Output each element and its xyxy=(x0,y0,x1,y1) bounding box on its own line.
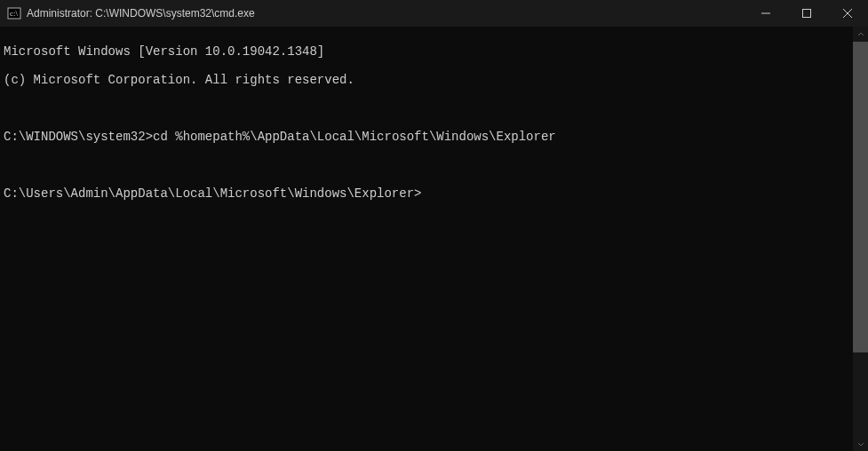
scroll-down-arrow-icon[interactable] xyxy=(853,436,868,451)
blank-line xyxy=(4,158,849,172)
terminal-content[interactable]: Microsoft Windows [Version 10.0.19042.13… xyxy=(0,27,853,451)
cmd-icon: c:\ xyxy=(7,6,21,20)
titlebar[interactable]: c:\ Administrator: C:\WINDOWS\system32\c… xyxy=(0,0,868,27)
scroll-thumb[interactable] xyxy=(853,42,868,352)
close-button[interactable] xyxy=(827,0,868,27)
svg-text:c:\: c:\ xyxy=(10,9,18,18)
blank-line xyxy=(4,101,849,115)
window-controls xyxy=(745,0,868,27)
terminal-area: Microsoft Windows [Version 10.0.19042.13… xyxy=(0,27,868,451)
command-text: cd %homepath%\AppData\Local\Microsoft\Wi… xyxy=(153,130,556,144)
prompt-line: C:\Users\Admin\AppData\Local\Microsoft\W… xyxy=(4,186,849,201)
minimize-button[interactable] xyxy=(745,0,786,27)
vertical-scrollbar[interactable] xyxy=(853,27,868,451)
maximize-button[interactable] xyxy=(786,0,827,27)
svg-rect-3 xyxy=(803,10,811,18)
text-cursor xyxy=(421,186,428,199)
scroll-up-arrow-icon[interactable] xyxy=(853,27,868,42)
prompt: C:\Users\Admin\AppData\Local\Microsoft\W… xyxy=(4,186,421,201)
window-title: Administrator: C:\WINDOWS\system32\cmd.e… xyxy=(27,7,745,20)
banner-line: (c) Microsoft Corporation. All rights re… xyxy=(4,73,849,87)
prompt-line: C:\WINDOWS\system32>cd %homepath%\AppDat… xyxy=(4,130,849,144)
banner-line: Microsoft Windows [Version 10.0.19042.13… xyxy=(4,44,849,59)
prompt: C:\WINDOWS\system32> xyxy=(4,130,153,144)
